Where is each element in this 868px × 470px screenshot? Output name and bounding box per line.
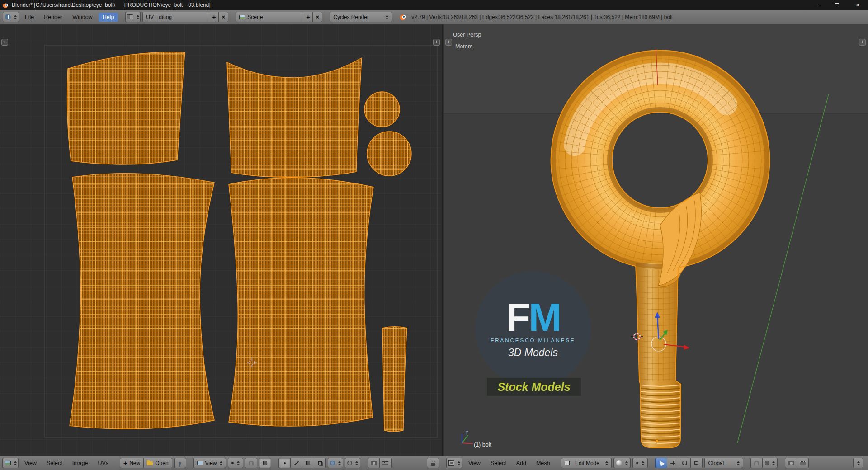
- close-icon: ×: [222, 14, 226, 20]
- translate-manipulator-button[interactable]: [667, 458, 679, 468]
- uv-island-4[interactable]: [229, 178, 373, 426]
- minimize-button[interactable]: [806, 0, 826, 10]
- uv-menu-image[interactable]: Image: [68, 459, 92, 468]
- blender-logo-icon: [399, 13, 407, 21]
- minimize-icon: [814, 5, 819, 5]
- pointer-icon: [658, 460, 665, 466]
- opengl-animation-button[interactable]: [797, 458, 809, 468]
- chevron-updown-icon: [14, 15, 17, 19]
- uv-image-editor[interactable]: + +: [0, 24, 443, 456]
- uv-select-vertex-button[interactable]: [278, 458, 291, 468]
- sliders-icon: [382, 461, 388, 465]
- region-split-widget[interactable]: +: [433, 39, 440, 46]
- render-slot-button[interactable]: [368, 458, 380, 468]
- view3d-editor-icon: [448, 460, 454, 466]
- chevron-updown-icon: [772, 461, 775, 465]
- pixel-grid-icon: [263, 461, 267, 465]
- uv-select-island-button[interactable]: [314, 458, 326, 468]
- uv-island-circle-1[interactable]: [364, 92, 400, 127]
- transform-orientation-selector[interactable]: Global: [704, 458, 743, 468]
- snap-toggle[interactable]: [245, 458, 257, 468]
- window-title: Blender* [C:\Users\franc\Desktop\eye_bol…: [12, 2, 211, 8]
- uv-menu-view[interactable]: View: [20, 459, 41, 468]
- render-engine-selector[interactable]: Cycles Render: [330, 12, 392, 22]
- display-view-dropdown[interactable]: View: [193, 458, 226, 468]
- uv-island-1[interactable]: [67, 52, 185, 164]
- main-area: + +: [0, 24, 868, 456]
- menu-file[interactable]: File: [21, 13, 38, 22]
- proportional-edit-icon: [330, 461, 335, 465]
- screen-layout-selector[interactable]: UV Editing: [142, 12, 209, 22]
- logo-letter-m: M: [528, 295, 560, 339]
- info-header: File Render Window Help UV Editing + × S…: [0, 10, 868, 24]
- vertex-select-icon: [284, 462, 286, 464]
- sticky-select-icon: [347, 461, 352, 465]
- blender-window: Blender* [C:\Users\franc\Desktop\eye_bol…: [0, 0, 868, 470]
- uv-select-edge-button[interactable]: [290, 458, 302, 468]
- snap-element-dropdown[interactable]: [762, 458, 778, 468]
- uv-island-5[interactable]: [382, 327, 407, 432]
- region-split-widget[interactable]: +: [1, 39, 8, 46]
- delete-layout-button[interactable]: ×: [218, 12, 228, 22]
- uv-select-face-button[interactable]: [302, 458, 314, 468]
- snap-pixel-toggle[interactable]: [259, 458, 271, 468]
- v3d-menu-add[interactable]: Add: [512, 459, 530, 468]
- shading-sphere-icon: [616, 460, 622, 466]
- menu-help[interactable]: Help: [99, 13, 118, 22]
- close-button[interactable]: ×: [847, 0, 868, 10]
- pin-image-button[interactable]: [174, 458, 186, 468]
- footer-headers: View Select Image UVs + New Open View: [0, 456, 868, 470]
- chevron-updown-icon: [458, 461, 460, 465]
- opengl-render-button[interactable]: [785, 458, 797, 468]
- editor-type-button-3d[interactable]: [446, 458, 462, 468]
- chevron-updown-icon: [338, 461, 341, 465]
- new-image-button[interactable]: + New: [120, 458, 144, 468]
- manipulator-toggle[interactable]: [655, 458, 667, 468]
- add-scene-button[interactable]: +: [303, 12, 313, 22]
- pivot-dropdown[interactable]: [228, 458, 243, 468]
- viewport-3d[interactable]: y User Persp Meters (1) bolt FM FRANCESC…: [444, 24, 868, 456]
- v3d-menu-mesh[interactable]: Mesh: [532, 459, 554, 468]
- pivot-icon: [231, 462, 234, 464]
- chevron-updown-icon: [605, 461, 608, 465]
- uv-menu-uvs[interactable]: UVs: [94, 459, 113, 468]
- header-collapse-button[interactable]: [853, 458, 863, 468]
- magnet-icon: [754, 461, 759, 465]
- lock-button[interactable]: [427, 458, 439, 468]
- lock-icon: [431, 463, 435, 466]
- proportional-edit-dropdown[interactable]: [328, 458, 343, 468]
- v3d-menu-select[interactable]: Select: [486, 459, 510, 468]
- scale-manipulator-button[interactable]: [690, 458, 703, 468]
- uv-island-circle-2[interactable]: [367, 132, 411, 176]
- delete-scene-button[interactable]: ×: [312, 12, 322, 22]
- uv-island-3[interactable]: [70, 173, 214, 429]
- snap-toggle[interactable]: [750, 458, 763, 468]
- scene-value: Scene: [247, 14, 263, 20]
- region-split-widget[interactable]: +: [859, 39, 866, 46]
- v3d-menu-view[interactable]: View: [464, 459, 485, 468]
- uv-canvas[interactable]: [0, 24, 443, 456]
- image-draw-button[interactable]: [379, 458, 392, 468]
- maximize-button[interactable]: [826, 0, 847, 10]
- viewport-shading-dropdown[interactable]: [613, 458, 631, 468]
- uv-menu-select[interactable]: Select: [42, 459, 66, 468]
- editor-type-button-uv[interactable]: [2, 458, 19, 468]
- chevron-updown-icon: [220, 461, 222, 465]
- add-layout-button[interactable]: +: [209, 12, 219, 22]
- open-image-button[interactable]: Open: [143, 458, 172, 468]
- region-split-widget[interactable]: +: [445, 39, 452, 46]
- watermark-fm: FM: [506, 299, 560, 335]
- rotate-manipulator-button[interactable]: [679, 458, 691, 468]
- translate-icon: [670, 461, 675, 465]
- pivot-center-dropdown[interactable]: [632, 458, 648, 468]
- editor-type-button-info[interactable]: [3, 12, 19, 22]
- uv-grid: [0, 24, 443, 456]
- scene-statistics: v2.79 | Verts:18,263/18,263 | Edges:36,5…: [411, 14, 673, 20]
- menu-window[interactable]: Window: [68, 13, 96, 22]
- mode-selector[interactable]: Edit Mode: [561, 458, 612, 468]
- sticky-select-dropdown[interactable]: [345, 458, 360, 468]
- menu-render[interactable]: Render: [40, 13, 66, 22]
- scene-selector[interactable]: Scene: [236, 12, 303, 22]
- title-bar[interactable]: Blender* [C:\Users\franc\Desktop\eye_bol…: [0, 0, 868, 10]
- screen-layout-icon-button[interactable]: [125, 12, 141, 22]
